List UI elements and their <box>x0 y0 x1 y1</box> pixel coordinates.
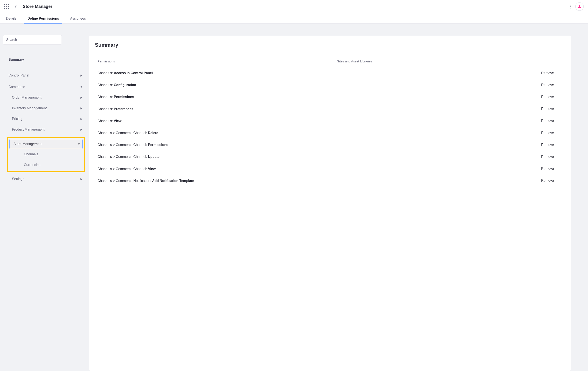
action-cell: Remove <box>541 155 562 159</box>
page-title: Store Manager <box>23 4 52 9</box>
store-management-subnav: Channels Currencies <box>9 149 83 170</box>
tab-details[interactable]: Details <box>4 13 18 23</box>
remove-button[interactable]: Remove <box>541 107 554 110</box>
table-header: Permissions Sites and Asset Libraries <box>95 59 565 67</box>
table-row: Channels > Commerce Channel: Permissions… <box>95 139 565 151</box>
column-permissions: Permissions <box>97 59 337 63</box>
permission-cell: Channels: Access in Control Panel <box>97 71 337 76</box>
sidebar-item-label: Commerce <box>9 85 25 89</box>
caret-right-icon: ▶ <box>79 107 84 110</box>
permission-cell: Channels: Permissions <box>97 94 337 99</box>
action-cell: Remove <box>541 119 562 123</box>
caret-right-icon: ▶ <box>79 117 84 120</box>
permission-cell: Channels: Configuration <box>97 82 337 87</box>
tab-define-permissions[interactable]: Define Permissions <box>26 13 61 23</box>
remove-button[interactable]: Remove <box>541 119 554 122</box>
tabs: Details Define Permissions Assignees <box>0 13 588 24</box>
topbar-right <box>568 2 584 11</box>
sidebar-item-currencies[interactable]: Currencies <box>18 160 83 170</box>
action-cell: Remove <box>541 131 562 135</box>
action-cell: Remove <box>541 107 562 111</box>
action-cell: Remove <box>541 179 562 183</box>
main-title: Summary <box>95 42 565 48</box>
table-row: Channels > Commerce Channel: ViewRemove <box>95 163 565 175</box>
action-cell: Remove <box>541 167 562 171</box>
caret-down-icon: ▼ <box>77 142 80 146</box>
highlight-annotation: Store Management ▼ Channels Currencies <box>7 137 85 172</box>
user-icon <box>578 5 581 9</box>
column-sites: Sites and Asset Libraries <box>337 59 541 63</box>
permission-cell: Channels > Commerce Notification: Add No… <box>97 178 337 183</box>
back-button[interactable] <box>12 3 19 10</box>
sidebar-item-summary[interactable]: Summary <box>3 54 86 65</box>
column-action <box>541 59 562 63</box>
remove-button[interactable]: Remove <box>541 95 554 99</box>
sidebar-item-label: Inventory Management <box>12 106 47 110</box>
action-cell: Remove <box>541 83 562 87</box>
sidebar-item-inventory-management[interactable]: Inventory Management ▶ <box>6 103 86 114</box>
action-cell: Remove <box>541 71 562 75</box>
caret-right-icon: ▶ <box>79 96 84 99</box>
user-avatar-button[interactable] <box>575 2 584 11</box>
chevron-left-icon <box>14 5 17 9</box>
permission-cell: Channels: View <box>97 119 337 123</box>
remove-button[interactable]: Remove <box>541 143 554 147</box>
permissions-table-body: Channels: Access in Control PanelRemoveC… <box>95 67 565 187</box>
sidebar-item-label: Currencies <box>24 163 40 167</box>
sidebar: Summary Control Panel ▶ Commerce ▼ Order… <box>0 24 89 371</box>
caret-right-icon: ▶ <box>79 177 84 180</box>
tab-assignees[interactable]: Assignees <box>68 13 87 23</box>
sidebar-item-label: Product Management <box>12 128 44 131</box>
remove-button[interactable]: Remove <box>541 83 554 87</box>
table-row: Channels: PermissionsRemove <box>95 91 565 103</box>
remove-button[interactable]: Remove <box>541 167 554 170</box>
sidebar-item-label: Channels <box>24 152 38 156</box>
table-row: Channels: ConfigurationRemove <box>95 79 565 91</box>
remove-button[interactable]: Remove <box>541 179 554 182</box>
sidebar-item-pricing[interactable]: Pricing ▶ <box>6 114 86 124</box>
search-input[interactable] <box>3 35 62 44</box>
sidebar-item-settings[interactable]: Settings ▶ <box>6 174 86 184</box>
sidebar-item-control-panel[interactable]: Control Panel ▶ <box>3 70 86 81</box>
action-cell: Remove <box>541 95 562 99</box>
topbar: Store Manager <box>0 0 588 13</box>
table-row: Channels: PreferencesRemove <box>95 103 565 115</box>
permission-cell: Channels > Commerce Channel: Delete <box>97 130 337 135</box>
sidebar-item-label: Control Panel <box>9 74 29 77</box>
permission-cell: Channels > Commerce Channel: Permissions <box>97 142 337 147</box>
sidebar-item-label: Store Management <box>13 142 42 146</box>
table-row: Channels > Commerce Channel: DeleteRemov… <box>95 127 565 139</box>
table-row: Channels > Commerce Notification: Add No… <box>95 175 565 187</box>
sidebar-item-label: Order Management <box>12 96 42 99</box>
sidebar-item-order-management[interactable]: Order Management ▶ <box>6 92 86 103</box>
commerce-subnav: Order Management ▶ Inventory Management … <box>3 92 86 184</box>
caret-right-icon: ▶ <box>79 128 84 131</box>
table-row: Channels > Commerce Channel: UpdateRemov… <box>95 151 565 163</box>
permission-cell: Channels: Preferences <box>97 107 337 111</box>
more-options-button[interactable] <box>568 3 572 10</box>
sidebar-item-label: Summary <box>9 58 24 62</box>
permission-cell: Channels > Commerce Channel: Update <box>97 154 337 159</box>
sidebar-item-label: Settings <box>12 177 24 181</box>
action-cell: Remove <box>541 143 562 147</box>
sidebar-item-product-management[interactable]: Product Management ▶ <box>6 124 86 135</box>
caret-down-icon: ▼ <box>79 86 84 88</box>
table-row: Channels: Access in Control PanelRemove <box>95 67 565 79</box>
caret-right-icon: ▶ <box>79 74 84 77</box>
apps-grid-icon[interactable] <box>4 4 9 9</box>
sidebar-item-label: Pricing <box>12 117 22 121</box>
remove-button[interactable]: Remove <box>541 131 554 135</box>
sidebar-nav: Summary Control Panel ▶ Commerce ▼ Order… <box>3 54 86 184</box>
sidebar-item-store-management[interactable]: Store Management ▼ <box>9 139 83 149</box>
remove-button[interactable]: Remove <box>541 71 554 75</box>
dot-icon <box>570 5 571 6</box>
table-row: Channels: ViewRemove <box>95 115 565 127</box>
dot-icon <box>570 8 571 9</box>
sidebar-item-commerce[interactable]: Commerce ▼ <box>3 82 86 92</box>
permission-cell: Channels > Commerce Channel: View <box>97 166 337 171</box>
topbar-left: Store Manager <box>4 3 52 10</box>
dot-icon <box>570 6 571 7</box>
content: Summary Control Panel ▶ Commerce ▼ Order… <box>0 24 588 371</box>
remove-button[interactable]: Remove <box>541 155 554 159</box>
sidebar-item-channels[interactable]: Channels <box>18 149 83 160</box>
